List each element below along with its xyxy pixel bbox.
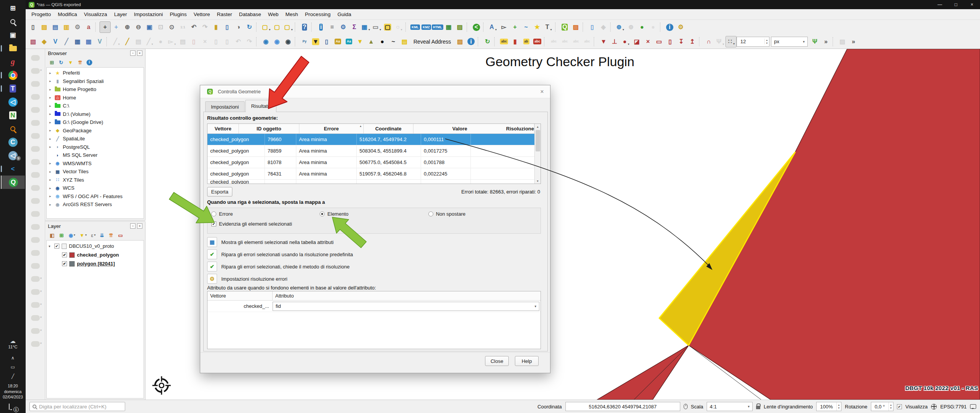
circle-digitize-tool[interactable]: ▾	[28, 299, 42, 311]
reshape-features-tool[interactable]	[28, 182, 42, 193]
annotation-eraser-icon[interactable]: ◪	[631, 36, 642, 47]
pan-to-selection-icon[interactable]: +	[111, 21, 122, 33]
close-button[interactable]: Close	[485, 356, 509, 366]
expand-arrow-icon[interactable]: ▸	[49, 186, 52, 190]
favorites-star-icon[interactable]: ★	[532, 21, 543, 33]
file-explorer-icon[interactable]	[1, 42, 25, 55]
locator-search-input[interactable]: Digita per localizzare (Ctrl+K)	[29, 402, 125, 411]
modify-attributes-icon[interactable]: ▤	[177, 36, 188, 47]
menu-item[interactable]: Mesh	[282, 10, 302, 19]
float-panel-button[interactable]: ▫	[130, 223, 136, 229]
browser-item[interactable]: ▸ ∷ XYZ Tiles	[47, 176, 144, 184]
expand-arrow-icon[interactable]: ▸	[49, 137, 52, 141]
chrome-icon[interactable]	[1, 68, 25, 82]
geometry-blob-icon[interactable]: ●	[637, 21, 648, 33]
properties-info-icon[interactable]: i	[87, 60, 92, 65]
merge-attributes-tool[interactable]	[28, 234, 42, 246]
expand-arrow-icon[interactable]: ▸	[49, 161, 52, 165]
radio-icon[interactable]	[211, 211, 216, 216]
measure-line-icon[interactable]: ▭ ▾	[371, 21, 382, 33]
regular-polygon-digitize-tool[interactable]: ▾	[28, 338, 42, 350]
delete-ring-tool[interactable]	[28, 143, 42, 154]
save-project-icon[interactable]: ▤	[50, 21, 61, 33]
browser-item[interactable]: ▸ ★ Preferiti	[47, 69, 144, 77]
export-button[interactable]: Esporta	[207, 187, 232, 197]
text-aa-cyan-icon[interactable]: Aa	[343, 36, 354, 47]
move-map-radio[interactable]: Errore	[211, 211, 320, 217]
new-shapefile-icon[interactable]: V	[50, 36, 61, 47]
label-edit-icon[interactable]: abc	[581, 36, 593, 47]
menu-item[interactable]: Progetto	[28, 10, 54, 19]
disk-tool-icon[interactable]: C	[1, 135, 25, 149]
delete-part-tool[interactable]	[28, 156, 42, 167]
layer-checkbox[interactable]	[62, 252, 67, 257]
osm-map-icon[interactable]: ▨	[570, 21, 581, 33]
render-checkbox[interactable]	[897, 404, 902, 409]
remove-layer-icon[interactable]: ▭	[117, 233, 123, 238]
filter-browser-icon[interactable]: ▼	[67, 60, 74, 65]
show-bookmarks-icon[interactable]: ▯	[222, 21, 233, 33]
new-mesh-layer-icon[interactable]: ▦	[83, 36, 94, 47]
annotation-pin-icon[interactable]: ▼	[598, 36, 609, 47]
label-ab-pin-icon[interactable]: ab	[521, 36, 532, 47]
task-view-icon[interactable]: ▣	[1, 28, 25, 42]
taskbar-search-icon[interactable]	[1, 15, 25, 28]
layer-row[interactable]: checked_polygon	[47, 250, 144, 259]
highlight-checkbox[interactable]	[211, 221, 216, 226]
kmz-funnel-icon[interactable]: ▼	[354, 36, 366, 47]
toolbar-overflow2-icon[interactable]: »	[848, 36, 859, 47]
zoom-in-icon[interactable]: ⊕	[122, 21, 133, 33]
collapse-arrow-icon[interactable]: ▾	[49, 244, 52, 248]
refresh-browser-icon[interactable]: ↻	[58, 60, 64, 65]
reveal-address-button[interactable]: Reveal Address	[410, 39, 454, 45]
new-geopackage-icon[interactable]: ◆	[39, 36, 50, 47]
label-add-icon[interactable]: abc	[559, 36, 570, 47]
layer-checkbox[interactable]	[62, 261, 67, 266]
rotate-point-symbols-tool[interactable]: ▾	[28, 273, 42, 285]
scroll-up-icon[interactable]: ▲	[536, 124, 539, 129]
fix-errors-prompt-button[interactable]: ✔	[207, 262, 217, 272]
show-statistics-icon[interactable]: Σ	[349, 21, 360, 33]
layout-blob-icon[interactable]: ▨	[837, 36, 848, 47]
georef-secondary-icon[interactable]: ⊕	[626, 21, 637, 33]
map-themes-icon[interactable]: ▨	[454, 21, 466, 33]
mesh-tin-icon[interactable]: ▲	[366, 36, 377, 47]
result-table-header[interactable]: Risoluzione	[506, 124, 534, 133]
result-table-header[interactable]: Coordinate	[364, 124, 413, 133]
open-layer-styling-icon[interactable]: ◧	[49, 233, 55, 238]
trim-extend-tool[interactable]	[28, 260, 42, 272]
expand-arrow-icon[interactable]: ▸	[49, 145, 52, 149]
add-part-tool[interactable]	[28, 117, 42, 128]
chart-colors-icon[interactable]: ▮	[510, 36, 521, 47]
text-aa-yellow-icon[interactable]: Aa	[332, 36, 343, 47]
move-feature-tool[interactable]: ▾	[28, 65, 42, 76]
wms-search-icon[interactable]: ◉	[271, 36, 283, 47]
start-button[interactable]: ⊞	[1, 2, 25, 15]
result-table-row[interactable]: checked_polygon 81078 Area minima 506775…	[207, 157, 534, 168]
annotation-text-icon[interactable]: ▭	[653, 36, 665, 47]
expand-arrow-icon[interactable]: ▸	[49, 203, 52, 206]
statistical-summary-icon[interactable]: ≡	[327, 21, 338, 33]
simplify-feature-tool[interactable]	[28, 91, 42, 102]
result-table-header[interactable]: ID oggetto	[239, 124, 299, 133]
auto-label-icon[interactable]: A ▾	[487, 21, 498, 33]
highlight-checkbox-row[interactable]: Evidenzia gli elementi selezionati	[207, 218, 541, 230]
search-layers-icon[interactable]: ○ ▾	[393, 21, 404, 33]
curve-label-icon[interactable]: ~	[521, 21, 532, 33]
result-table-row[interactable]: checked_polygon	[207, 180, 534, 184]
coordinate-input[interactable]: 516204,63620 4549794,21087	[565, 402, 680, 411]
expand-arrow-icon[interactable]: ▸	[49, 71, 52, 75]
panel-splitter[interactable]	[45, 220, 145, 222]
black-disk-icon[interactable]: ●	[377, 36, 388, 47]
display-tray-icon[interactable]: ▭	[11, 363, 15, 372]
lock-scale-icon[interactable]	[756, 406, 760, 409]
browser-item[interactable]: ▸ ◉ WFS / OGC API - Features	[47, 192, 144, 201]
dialog-titlebar[interactable]: Q Controlla Geometrie ×	[200, 85, 550, 98]
filter-legend-icon[interactable]: ▼ ▾	[79, 233, 87, 238]
help-contents-icon[interactable]: ?	[299, 21, 310, 33]
gps-tools-icon[interactable]: ▯	[321, 36, 332, 47]
save-edits-icon[interactable]: ▤	[133, 36, 144, 47]
fix-settings-button[interactable]: ⚙	[207, 274, 217, 284]
search-tool-icon[interactable]	[1, 122, 25, 135]
archive-box-icon[interactable]: ▤	[399, 36, 410, 47]
